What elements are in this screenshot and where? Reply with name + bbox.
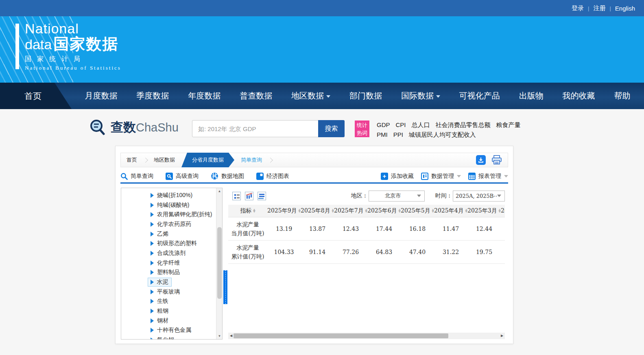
tree-item-烧碱(折100%)[interactable]: 烧碱(折100%) xyxy=(121,191,216,200)
column-header-2025年9月[interactable]: 2025年9月▲▼ xyxy=(267,207,301,215)
tree-item-合成洗涤剂[interactable]: 合成洗涤剂 xyxy=(121,248,216,258)
breadcrumb-home[interactable]: 首页 xyxy=(121,156,143,164)
table-view-icon[interactable] xyxy=(232,192,241,200)
sort-icons[interactable]: ▲▼ xyxy=(253,209,255,213)
nav-item-季度数据[interactable]: 季度数据 xyxy=(136,90,169,101)
nav-item-可视化产品[interactable]: 可视化产品 xyxy=(459,90,500,101)
nav-item-部门数据[interactable]: 部门数据 xyxy=(349,90,382,101)
tree-item-化学农药原药[interactable]: 化学农药原药 xyxy=(121,219,216,229)
tree-item-label: 水泥 xyxy=(157,278,168,286)
login-link[interactable]: 登录 xyxy=(572,4,584,12)
tree-expand-icon[interactable] xyxy=(151,299,154,304)
nav-item-年度数据[interactable]: 年度数据 xyxy=(188,90,220,101)
tree-expand-icon[interactable] xyxy=(151,289,154,294)
tool-advanced-query[interactable]: 高级查询 xyxy=(166,173,199,180)
tree-item-农用氮磷钾化肥(折纯)[interactable]: 农用氮磷钾化肥(折纯) xyxy=(121,210,216,219)
value-cell: 12.43 xyxy=(334,226,367,232)
hot-word-link[interactable]: PMI xyxy=(377,131,388,138)
tree-item-粗钢[interactable]: 粗钢 xyxy=(121,306,216,316)
breadcrumb-region-data[interactable]: 地区数据 xyxy=(148,156,181,164)
tree-item-平板玻璃[interactable]: 平板玻璃 xyxy=(121,287,216,297)
tree-expand-icon[interactable] xyxy=(151,280,154,285)
nav-item-普查数据[interactable]: 普查数据 xyxy=(240,90,272,101)
nav-item-出版物[interactable]: 出版物 xyxy=(519,90,544,101)
nav-item-home[interactable]: 首页 xyxy=(0,83,72,109)
column-header-2025年4月[interactable]: 2025年4月▲▼ xyxy=(434,207,467,215)
tree-expand-icon[interactable] xyxy=(151,318,154,323)
scroll-up-icon[interactable]: ▲ xyxy=(216,188,223,194)
tree-item-初级形态的塑料[interactable]: 初级形态的塑料 xyxy=(121,239,216,248)
hot-word-link[interactable]: 总人口 xyxy=(412,121,430,128)
breadcrumb-simple-query[interactable]: 简单查询 xyxy=(235,156,268,164)
column-header-指标[interactable]: 指标▲▼ xyxy=(228,207,267,215)
hot-word-link[interactable]: GDP xyxy=(377,121,390,128)
bar-chart-view-icon[interactable] xyxy=(245,192,253,200)
tree-expand-icon[interactable] xyxy=(151,203,154,208)
region-select[interactable]: 北京市 xyxy=(369,191,425,202)
sidebar-scrollbar-thumb[interactable] xyxy=(217,227,222,299)
hot-word-link[interactable]: CPI xyxy=(396,121,406,128)
tree-expand-icon[interactable] xyxy=(151,251,154,256)
nav-item-月度数据[interactable]: 月度数据 xyxy=(85,90,117,101)
tree-expand-icon[interactable] xyxy=(151,232,154,237)
tree-item-十种有色金属[interactable]: 十种有色金属 xyxy=(121,326,216,335)
tree-expand-icon[interactable] xyxy=(151,328,154,333)
tree-expand-icon[interactable] xyxy=(151,222,154,227)
tree-expand-icon[interactable] xyxy=(151,193,154,198)
tool-data-manage[interactable]: 数据管理 xyxy=(421,173,461,180)
sidebar-scrollbar[interactable]: ▲ ▼ xyxy=(216,188,222,339)
column-header-2025年6月[interactable]: 2025年6月▲▼ xyxy=(367,207,401,215)
english-link[interactable]: English xyxy=(615,5,635,12)
tree-item-氧化铝[interactable]: 氧化铝 xyxy=(121,335,216,340)
hot-word-link[interactable]: PPI xyxy=(393,131,403,138)
column-header-2025年2月[interactable]: 2025年2月▲▼ xyxy=(501,207,505,215)
tree-item-钢材[interactable]: 钢材 xyxy=(121,316,216,326)
nav-item-地区数据[interactable]: 地区数据 xyxy=(291,90,330,101)
hot-word-link[interactable]: 城镇居民人均可支配收入 xyxy=(409,131,476,138)
search-button[interactable]: 搜索 xyxy=(318,120,345,137)
tree-expand-icon[interactable] xyxy=(151,309,154,313)
register-link[interactable]: 注册 xyxy=(593,4,605,12)
tree-item-label: 塑料制品 xyxy=(157,269,180,276)
column-header-label: 2025年2月 xyxy=(501,207,505,215)
scroll-left-icon[interactable]: ◀ xyxy=(228,333,234,339)
tree-expand-icon[interactable] xyxy=(151,241,154,246)
column-header-2025年5月[interactable]: 2025年5月▲▼ xyxy=(401,207,434,215)
splitter-handle[interactable] xyxy=(223,270,227,304)
tree-expand-icon[interactable] xyxy=(151,212,154,217)
hot-word-link[interactable]: 社会消费品零售总额 xyxy=(436,121,491,128)
search-input[interactable] xyxy=(192,121,318,137)
nav-item-我的收藏[interactable]: 我的收藏 xyxy=(563,90,595,101)
download-icon[interactable] xyxy=(476,155,486,165)
tree-item-生铁[interactable]: 生铁 xyxy=(121,297,216,307)
nav-item-国际数据[interactable]: 国际数据 xyxy=(401,90,440,101)
national-data-logo[interactable]: National data 国家数据 国家统计局 National Bureau… xyxy=(15,21,121,71)
tool-simple-query[interactable]: 简单查询 xyxy=(120,173,153,180)
column-header-2025年7月[interactable]: 2025年7月▲▼ xyxy=(334,207,367,215)
tree-item-水泥[interactable]: 水泥 xyxy=(121,277,216,287)
column-header-2025年8月[interactable]: 2025年8月▲▼ xyxy=(301,207,334,215)
print-icon[interactable] xyxy=(491,155,502,165)
tool-economic-chart[interactable]: 经济图表 xyxy=(256,173,289,180)
tool-data-map[interactable]: 数据地图 xyxy=(211,172,244,180)
nav-item-帮助[interactable]: 帮助 xyxy=(614,90,631,101)
tool-add-favorite[interactable]: + 添加收藏 xyxy=(381,173,414,180)
hbar-chart-view-icon[interactable] xyxy=(258,192,266,200)
scroll-right-icon[interactable]: ▶ xyxy=(499,333,505,339)
tree-expand-icon[interactable] xyxy=(151,261,154,265)
horizontal-scrollbar[interactable]: ◀ ▶ xyxy=(228,333,505,339)
scroll-down-icon[interactable]: ▼ xyxy=(216,333,223,339)
pie-chart-view-icon[interactable] xyxy=(270,191,279,200)
horizontal-scrollbar-thumb[interactable] xyxy=(234,333,448,338)
hot-word-link[interactable]: 粮食产量 xyxy=(496,121,521,128)
time-select[interactable]: 2025A, 2025B⋯ xyxy=(453,191,505,202)
tool-report-manage[interactable]: 报表管理 xyxy=(468,173,508,180)
breadcrumb-province-monthly-active[interactable]: 分省月度数据 xyxy=(181,153,234,167)
tree-item-化学纤维[interactable]: 化学纤维 xyxy=(121,258,216,268)
tree-expand-icon[interactable] xyxy=(151,270,154,275)
tree-expand-icon[interactable] xyxy=(151,337,154,340)
tree-item-纯碱(碳酸钠)[interactable]: 纯碱(碳酸钠) xyxy=(121,200,216,210)
tree-item-乙烯[interactable]: 乙烯 xyxy=(121,229,216,239)
column-header-2025年3月[interactable]: 2025年3月▲▼ xyxy=(467,207,501,215)
tree-item-塑料制品[interactable]: 塑料制品 xyxy=(121,268,216,278)
